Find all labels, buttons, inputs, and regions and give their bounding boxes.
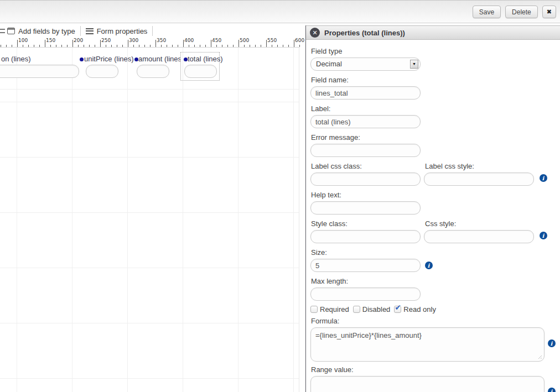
ruler-tick [261,45,261,47]
panel-title: Properties (total (lines)) [324,29,405,37]
required-checkbox[interactable] [310,306,318,313]
ruler-tick [178,45,178,47]
panel-close-icon[interactable]: ✕ [310,28,320,38]
info-icon[interactable]: i [425,262,433,269]
ruler-tick-label: 150 [46,38,55,43]
ruler-tick [1,45,1,47]
ruler-tick [72,40,73,47]
ruler-tick [183,40,184,47]
label-css-style-input[interactable] [424,173,534,186]
disabled-label: Disabled [362,305,391,313]
builder-toolbar: Add fields by type Form properties [0,25,299,36]
ruler-tick-label: 200 [74,38,83,43]
ruler-tick [283,45,283,47]
field-type-select[interactable]: Decimal ▼ [310,58,421,71]
label-css-style-label: Label css style: [425,162,474,170]
ruler-tick-label: 450 [212,38,221,43]
top-bar: Save Delete ✖ [0,0,560,23]
canvas-field-input[interactable] [86,65,118,78]
ruler-tick-label: 600 [295,38,304,43]
label-input[interactable] [310,115,421,128]
form-properties-icon [86,28,94,34]
ruler-tick [161,45,162,47]
ruler-tick-label: 250 [101,38,111,43]
disabled-checkbox[interactable] [353,306,360,313]
size-input[interactable] [310,259,421,272]
error-message-label: Error message: [311,133,560,142]
label-css-class-input[interactable] [310,173,421,186]
info-icon[interactable]: i [540,174,547,182]
canvas-field-input[interactable] [184,65,217,78]
canvas-field-input[interactable] [0,65,79,78]
toolbar-separator [80,26,81,36]
canvas-field-label: amount (lines) [138,55,180,63]
ruler-tick [111,45,112,47]
ruler-tick [122,45,123,47]
ruler-tick [189,45,189,47]
ruler-tick [133,45,134,47]
ruler-tick [17,40,18,47]
form-properties-button[interactable]: Form properties [86,27,148,35]
info-icon[interactable]: i [540,232,547,239]
ruler-tick-label: 500 [240,38,249,43]
ruler-tick [45,40,45,47]
checkmark-icon: ✔ [395,303,401,312]
style-class-input[interactable] [310,230,421,243]
ruler-tick [211,40,211,47]
read-only-label: Read only [403,305,436,313]
truncated-toolbar-icon [0,29,5,33]
max-length-input[interactable] [310,288,421,301]
close-button[interactable]: ✖ [542,6,556,18]
ruler-tick [61,45,62,47]
info-icon[interactable]: i [548,339,556,347]
canvas-field-input[interactable] [137,65,169,78]
ruler-tick [28,45,29,47]
save-button[interactable]: Save [473,6,501,18]
info-icon[interactable]: i [548,388,556,392]
ruler-tick [172,45,173,47]
ruler: 100150200250300350400450500550600 [0,37,299,48]
range-value-textarea[interactable] [310,376,545,392]
ruler-tick [78,45,79,47]
read-only-checkbox-group: ✔ Read only [394,305,436,313]
form-builder-window: Save Delete ✖ Add fields by type Form pr… [0,0,560,392]
field-bullet-icon [134,58,138,61]
ruler-tick [50,45,51,47]
field-name-input[interactable] [310,86,421,100]
canvas-field-label: unitPrice (lines) [84,55,134,63]
ruler-tick [216,45,217,47]
help-text-input[interactable] [310,201,421,215]
css-style-label: Css style: [425,219,456,228]
design-canvas[interactable]: on (lines) unitPrice (lines) amount (lin… [0,48,299,392]
style-class-label: Style class: [311,219,424,228]
properties-panel: ✕ Properties (total (lines)) Field type … [305,25,560,392]
required-label: Required [320,305,349,313]
formula-label: Formula: [311,317,560,325]
ruler-tick [100,40,101,47]
ruler-tick [266,40,267,47]
read-only-checkbox[interactable]: ✔ [394,306,401,313]
ruler-tick [238,40,239,47]
error-message-input[interactable] [310,144,421,157]
ruler-tick [294,40,294,47]
ruler-tick [250,45,250,47]
ruler-tick [277,45,278,47]
field-type-selected-value: Decimal [316,60,342,68]
css-style-input[interactable] [424,230,534,243]
ruler-tick [205,45,206,47]
add-fields-label: Add fields by type [18,27,75,35]
ruler-tick [139,45,139,47]
add-fields-by-type-button[interactable]: Add fields by type [7,27,75,35]
ruler-tick-label: 350 [157,38,166,43]
ruler-tick [194,45,195,47]
ruler-tick [288,45,289,47]
ruler-tick [39,45,40,47]
ruler-tick-label: 550 [267,38,277,43]
ruler-tick-label: 300 [129,38,138,43]
delete-button[interactable]: Delete [505,6,538,18]
formula-textarea[interactable]: ={lines_unitPrice}*{lines_amount} [310,327,545,362]
ruler-tick [84,45,84,47]
chevron-down-icon[interactable]: ▼ [410,60,418,69]
label-css-class-label: Label css class: [311,162,424,170]
ruler-tick [227,45,228,47]
